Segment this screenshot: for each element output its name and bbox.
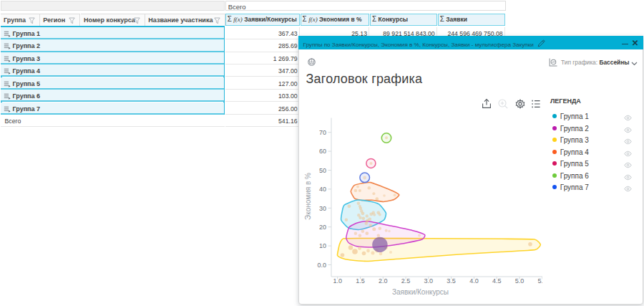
svg-text:60: 60 <box>318 148 326 155</box>
svg-text:1.0: 1.0 <box>333 277 342 285</box>
svg-text:4.5: 4.5 <box>492 277 501 285</box>
svg-text:2.0: 2.0 <box>379 277 388 285</box>
svg-text:0.0: 0.0 <box>317 261 326 268</box>
svg-text:70: 70 <box>318 129 326 136</box>
svg-text:40: 40 <box>318 186 326 193</box>
svg-text:3.5: 3.5 <box>447 277 456 285</box>
svg-text:2.5: 2.5 <box>401 277 410 285</box>
svg-text:30: 30 <box>318 204 326 211</box>
svg-text:1.5: 1.5 <box>356 277 365 285</box>
svg-text:3.0: 3.0 <box>424 277 433 285</box>
svg-text:4.0: 4.0 <box>469 277 479 285</box>
svg-text:5.5: 5.5 <box>537 277 542 285</box>
svg-text:5.0: 5.0 <box>514 277 524 285</box>
svg-text:10: 10 <box>318 242 326 249</box>
svg-text:Заявки/Конкурсы: Заявки/Конкурсы <box>391 287 448 295</box>
svg-text:20: 20 <box>318 224 326 231</box>
svg-text:50: 50 <box>318 166 326 173</box>
svg-text:Экономия в %: Экономия в % <box>303 173 311 220</box>
